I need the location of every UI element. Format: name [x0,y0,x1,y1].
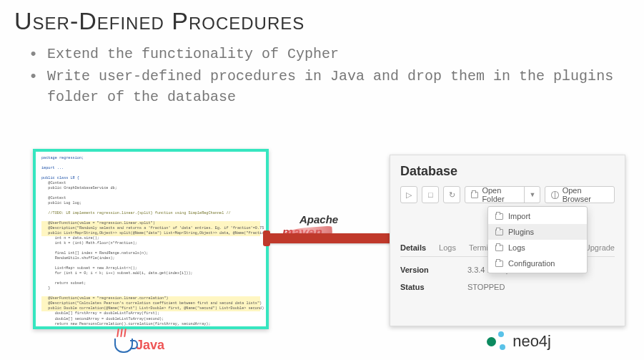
tab-details[interactable]: Details [400,243,426,252]
diagram-area: package regression; import ... public cl… [0,142,644,360]
open-folder-label: Open Folder [482,186,520,203]
open-browser-label: Open Browser [563,186,608,203]
java-text: Java [136,338,164,353]
code-line: int n = data.size(); [41,236,260,241]
bullet-list: Extend the functionality of Cypher Write… [0,38,644,109]
folder-icon [495,229,503,235]
java-logo: Java [114,338,164,353]
code-line: return new PearsonsCorrelation().correla… [41,322,260,327]
chevron-down-icon[interactable]: ▼ [524,187,540,203]
code-line: int k = (int) Math.floor(n*fraction); [41,241,260,246]
code-line [41,261,260,266]
dropdown-item-configuration[interactable]: Configuration [488,256,587,271]
code-line: List<Map> subset = new ArrayList<>(); [41,266,260,271]
dropdown-item-plugins[interactable]: Plugins [488,224,587,240]
code-line [41,216,260,221]
java-steam-icon [117,329,126,337]
code-line [41,191,260,196]
code-line: for (int i = 0; i < k; i++) subset.add(i… [41,271,260,276]
code-line: @Description("Calculates Pearson's corre… [41,301,260,306]
code-line: @UserFunction(value = "regression.linear… [41,296,260,301]
dropdown-item-label: Plugins [508,228,534,236]
refresh-button[interactable]: ↻ [443,186,460,203]
code-line [41,291,260,296]
code-line [41,171,260,176]
database-panel: Database ▷ □ ↻ Open Folder ▼ Open Browse… [390,155,625,326]
footer-logos: Java neo4j [0,327,644,356]
code-line: return subset; [41,281,260,286]
open-browser-button[interactable]: Open Browser [545,186,615,203]
bullet-item: Write user-defined procedures in Java an… [29,66,615,109]
code-line: @Description("Randomly selects and retur… [41,226,260,231]
code-line [41,276,260,281]
code-line: @UserFunction(value = "regression.linear… [41,221,260,226]
dropdown-item-label: Configuration [508,259,555,268]
dropdown-item-label: Logs [508,243,525,252]
folder-icon [495,261,503,267]
slide-title: User-Defined Procedures [0,0,644,38]
code-line: final int[] index = RandRange.naturals(n… [41,251,260,256]
code-line: double[] secondArray = doubleListToArray… [41,317,260,322]
folder-icon [495,245,503,251]
play-icon: ▷ [406,190,412,200]
code-line: } [41,286,260,291]
neo4j-logo: neo4j [487,331,551,351]
code-line: import ... [41,166,260,171]
code-line: package regression; [41,156,260,161]
code-line: @Context [41,196,260,201]
stop-button[interactable]: □ [422,186,439,203]
code-line: public Log log; [41,201,260,206]
refresh-icon: ↻ [449,190,455,200]
detail-key: Status [400,283,439,291]
code-line [41,246,260,251]
detail-value: STOPPED [467,283,505,291]
detail-row: StatusSTOPPED [400,283,615,291]
database-title: Database [400,164,615,179]
code-editor-screenshot: package regression; import ... public cl… [33,149,269,329]
arrow-icon [269,233,405,243]
code-line: double[] firstArray = doubleListToArray(… [41,311,260,316]
dropdown-item-import[interactable]: Import [488,208,587,224]
play-button[interactable]: ▷ [400,186,417,203]
code-line: public class LR { [41,176,260,181]
code-line: public Double correlation(@Name("first")… [41,306,260,311]
dropdown-item-logs[interactable]: Logs [488,240,587,256]
folder-icon [495,213,503,220]
bullet-item: Extend the functionality of Cypher [29,44,615,66]
code-line: RandomUtils.shuffle(index); [41,256,260,261]
java-cup-icon [114,339,133,353]
stop-icon: □ [428,190,433,199]
dropdown-item-label: Import [508,212,530,220]
code-line [41,161,260,166]
open-folder-dropdown: ImportPluginsLogsConfiguration [487,206,588,273]
code-line: public List<Map<String,Object>> split(@N… [41,231,260,236]
tab-upgrade[interactable]: Upgrade [585,243,615,252]
detail-key: Version [400,266,439,274]
globe-icon [551,191,558,199]
code-line: public GraphDatabaseService db; [41,186,260,191]
neo4j-graph-icon [487,331,508,351]
open-folder-button[interactable]: Open Folder ▼ [465,186,540,203]
code-line: @Context [41,181,260,186]
tab-logs[interactable]: Logs [439,243,456,252]
maven-apache-text: Apache [282,213,338,225]
folder-icon [471,192,478,198]
code-line [41,206,260,211]
code-line: //TODO: LR implements regression.linear.… [41,211,260,216]
neo4j-text: neo4j [512,332,551,351]
database-toolbar: ▷ □ ↻ Open Folder ▼ Open Browser ImportP… [400,186,615,203]
